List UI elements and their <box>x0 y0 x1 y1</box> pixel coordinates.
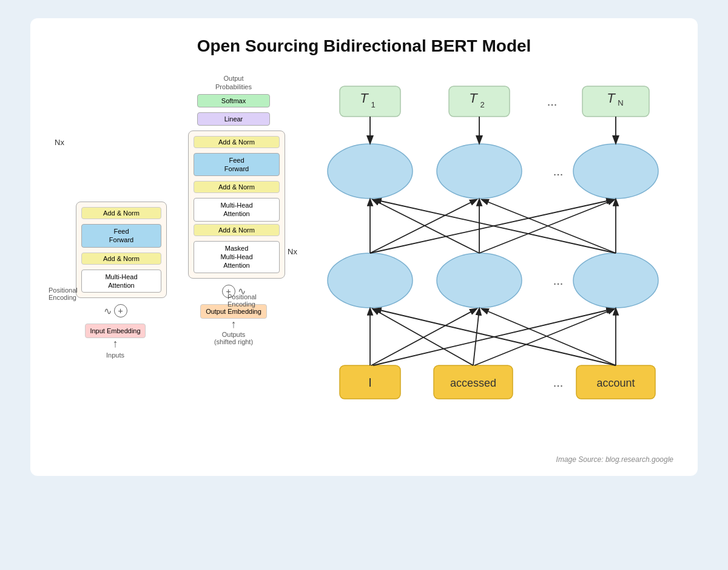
conn-h2n2-h1nN <box>479 200 614 253</box>
decoder-mmha: MaskedMulti-HeadAttention <box>194 241 280 273</box>
encoder-plus-icon: + <box>114 304 127 317</box>
token-t2-box <box>449 86 510 117</box>
conn-h2nN-h1n1 <box>375 200 616 253</box>
main-container: Open Sourcing Bidirectional BERT Model N… <box>30 18 698 476</box>
token-t2-subscript: 2 <box>480 100 484 109</box>
hidden1-nodeN <box>573 144 658 198</box>
encoder-embedding: Input Embedding <box>85 324 146 338</box>
encoder-wave-icon: ∿ <box>104 305 112 317</box>
decoder-block: Add & Norm FeedForward Add & Norm Multi-… <box>188 131 285 279</box>
decoder-add-norm-3: Add & Norm <box>194 224 280 236</box>
hidden1-node1 <box>328 144 413 198</box>
conn-in2-h2n2 <box>473 309 479 365</box>
diagram-area: Nx Add & Norm FeedForward Add & Norm Mul… <box>55 74 673 453</box>
page-title: Open Sourcing Bidirectional BERT Model <box>55 36 673 56</box>
encoder-block: Add & Norm FeedForward Add & Norm Multi-… <box>76 202 167 298</box>
token-tn-label: T <box>607 90 616 106</box>
input-word-accessed: accessed <box>450 377 496 389</box>
input-ellipsis: ... <box>553 376 564 389</box>
decoder-feed-forward: FeedForward <box>194 153 280 177</box>
token-tn-box <box>582 86 649 117</box>
conn-inN-h2n2 <box>482 309 616 365</box>
hidden2-ellipsis: ... <box>553 274 564 287</box>
token-t1-label: T <box>360 90 369 106</box>
token-t2-label: T <box>469 90 478 106</box>
encoder-add-norm-bottom: Add & Norm <box>81 253 161 265</box>
hidden1-node2 <box>437 144 522 198</box>
decoder-nx-label: Nx <box>288 247 297 256</box>
encoder-positional-label: Positional Encoding <box>49 287 97 301</box>
bert-diagram: T 1 T 2 ... T N ... <box>309 74 673 453</box>
hidden2-node1 <box>328 253 413 308</box>
output-prob-label: OutputProbabilities <box>215 74 252 92</box>
hidden1-ellipsis: ... <box>553 165 564 178</box>
outputs-label: Outputs(shifted right) <box>214 331 253 345</box>
decoder-positional-label: PositionalEncoding <box>228 293 276 308</box>
conn-h2n2-h1n1 <box>373 200 479 253</box>
encoder-nx-label: Nx <box>55 138 64 147</box>
token-tn-subscript: N <box>618 98 623 107</box>
conn-h2nN-h1n2 <box>482 200 616 253</box>
token-t1-box <box>340 86 400 117</box>
decoder-arrow: ↑ <box>170 319 297 330</box>
input-word-account: account <box>596 377 635 389</box>
encoder-feed-forward: FeedForward <box>81 224 161 248</box>
conn-h2n1-h1nN <box>370 200 613 253</box>
decoder-add-norm-1: Add & Norm <box>194 136 280 148</box>
decoder-section: Nx OutputProbabilities Softmax Linear Ad… <box>170 74 297 345</box>
encoder-arrow: ↑ <box>61 338 170 349</box>
bert-svg: T 1 T 2 ... T N ... <box>309 74 673 450</box>
source-label: Image Source: blog.research.google <box>55 455 673 464</box>
hidden2-node2 <box>437 253 522 308</box>
token-t1-subscript: 1 <box>371 100 375 109</box>
encoder-add-norm-top: Add & Norm <box>81 207 161 219</box>
decoder-mha: Multi-HeadAttention <box>194 198 280 222</box>
inputs-label: Inputs <box>106 351 124 359</box>
encoder-section: Nx Add & Norm FeedForward Add & Norm Mul… <box>55 74 170 359</box>
softmax-block: Softmax <box>197 94 270 107</box>
decoder-add-norm-2: Add & Norm <box>194 181 280 193</box>
input-word-i: I <box>368 376 372 389</box>
hidden2-nodeN <box>573 253 658 308</box>
token-ellipsis: ... <box>547 95 558 108</box>
linear-block: Linear <box>197 112 270 126</box>
conn-h2n1-h1n2 <box>370 200 476 253</box>
